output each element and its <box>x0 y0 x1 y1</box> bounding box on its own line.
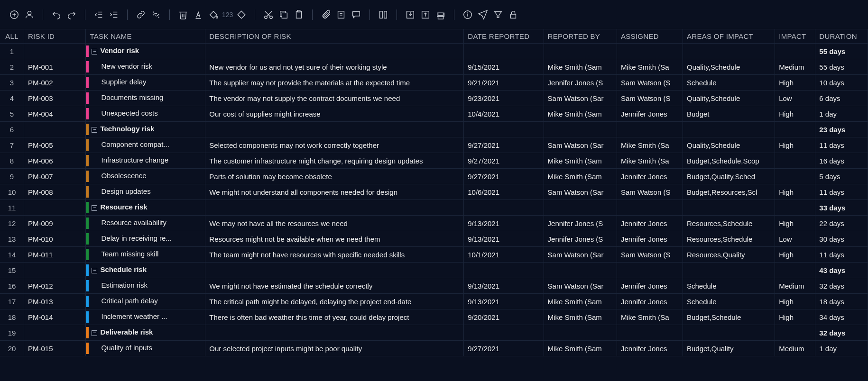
reported-by-cell[interactable]: Mike Smith (Sam <box>544 106 617 122</box>
task-name-cell[interactable]: Critical path delay <box>86 294 205 309</box>
reported-by-cell[interactable] <box>544 200 617 216</box>
assigned-cell[interactable]: Jennifer Jones <box>617 106 683 122</box>
task-name-cell[interactable]: −Technology risk <box>86 122 205 137</box>
assigned-cell[interactable]: Jennifer Jones <box>617 169 683 184</box>
impact-cell[interactable] <box>775 44 815 59</box>
impact-cell[interactable] <box>775 200 815 216</box>
attachment-icon[interactable] <box>319 8 332 21</box>
row-number[interactable]: 19 <box>0 325 24 341</box>
row-number[interactable]: 7 <box>0 137 24 153</box>
description-cell[interactable]: The supplier may not provide the materia… <box>205 75 464 91</box>
task-name-cell[interactable]: Team missing skill <box>86 247 205 263</box>
reported-by-cell[interactable]: Sam Watson (Sar <box>544 278 617 294</box>
row-number[interactable]: 10 <box>0 184 24 200</box>
duration-cell[interactable]: 11 days <box>815 137 868 153</box>
filter-icon[interactable] <box>491 8 505 21</box>
description-cell[interactable]: The customer infrastructure might change… <box>205 153 464 169</box>
row-number[interactable]: 12 <box>0 216 24 231</box>
text-color-icon[interactable] <box>192 8 205 21</box>
number-format-icon[interactable]: 123 <box>222 11 233 18</box>
fill-icon[interactable] <box>207 8 220 21</box>
areas-cell[interactable]: Schedule <box>683 278 775 294</box>
table-row[interactable]: 7PM-005Component compat...Selected compo… <box>0 137 868 153</box>
risk-id-cell[interactable]: PM-007 <box>24 169 86 184</box>
task-name-cell[interactable]: Inclement weather ... <box>86 309 205 325</box>
impact-cell[interactable]: High <box>775 75 815 91</box>
row-number[interactable]: 13 <box>0 231 24 247</box>
duration-cell[interactable]: 30 days <box>815 231 868 247</box>
assigned-cell[interactable] <box>617 44 683 59</box>
areas-cell[interactable]: Quality,Schedule <box>683 137 775 153</box>
copy-icon[interactable] <box>277 8 290 21</box>
collapse-icon[interactable]: − <box>92 127 97 133</box>
impact-cell[interactable]: High <box>775 216 815 231</box>
impact-cell[interactable]: Medium <box>775 278 815 294</box>
date-cell[interactable]: 9/20/2021 <box>464 309 544 325</box>
collapse-icon[interactable]: − <box>92 268 97 273</box>
description-cell[interactable]: Our cost of supplies might increase <box>205 106 464 122</box>
impact-cell[interactable]: High <box>775 137 815 153</box>
reported-by-cell[interactable]: Mike Smith (Sam <box>544 294 617 309</box>
table-row[interactable]: 20PM-015Quality of inputsOur selected pr… <box>0 341 868 356</box>
description-cell[interactable] <box>205 122 464 137</box>
task-name-cell[interactable]: Estimation risk <box>86 278 205 294</box>
date-cell[interactable] <box>464 325 544 341</box>
areas-cell[interactable]: Budget,Schedule <box>683 309 775 325</box>
header-impact[interactable]: IMPACT <box>775 29 815 44</box>
task-name-cell[interactable]: Delay in receiving re... <box>86 231 205 247</box>
description-cell[interactable] <box>205 263 464 278</box>
impact-cell[interactable] <box>775 325 815 341</box>
row-number[interactable]: 2 <box>0 59 24 75</box>
task-name-cell[interactable]: Quality of inputs <box>86 341 205 356</box>
impact-cell[interactable] <box>775 153 815 169</box>
header-task-name[interactable]: TASK NAME <box>86 29 205 44</box>
row-number[interactable]: 11 <box>0 200 24 216</box>
areas-cell[interactable]: Quality,Schedule <box>683 59 775 75</box>
description-cell[interactable]: New vendor for us and not yet sure of th… <box>205 59 464 75</box>
reported-by-cell[interactable]: Jennifer Jones (S <box>544 231 617 247</box>
user-icon[interactable] <box>23 8 36 21</box>
description-cell[interactable]: Resources might not be available when we… <box>205 231 464 247</box>
reported-by-cell[interactable] <box>544 325 617 341</box>
date-cell[interactable]: 9/27/2021 <box>464 169 544 184</box>
download-icon[interactable] <box>404 8 417 21</box>
impact-cell[interactable]: High <box>775 106 815 122</box>
impact-cell[interactable]: Low <box>775 231 815 247</box>
table-row[interactable]: 14PM-011Team missing skillThe team might… <box>0 247 868 263</box>
indent-icon[interactable] <box>107 8 120 21</box>
header-date-reported[interactable]: DATE REPORTED <box>464 29 544 44</box>
risk-id-cell[interactable]: PM-006 <box>24 153 86 169</box>
areas-cell[interactable]: Resources,Quality <box>683 247 775 263</box>
assigned-cell[interactable]: Sam Watson (S <box>617 247 683 263</box>
table-row[interactable]: 3PM-002Supplier delayThe supplier may no… <box>0 75 868 91</box>
risk-id-cell[interactable]: PM-011 <box>24 247 86 263</box>
duration-cell[interactable]: 34 days <box>815 309 868 325</box>
areas-cell[interactable]: Budget,Quality <box>683 341 775 356</box>
areas-cell[interactable]: Budget <box>683 106 775 122</box>
add-icon[interactable] <box>8 8 21 21</box>
duration-cell[interactable]: 5 days <box>815 169 868 184</box>
task-name-cell[interactable]: Infrastructure change <box>86 153 205 169</box>
date-cell[interactable]: 9/13/2021 <box>464 294 544 309</box>
note-icon[interactable] <box>334 8 348 21</box>
table-row[interactable]: 17PM-013Critical path delayThe critical … <box>0 294 868 309</box>
duration-cell[interactable]: 1 day <box>815 106 868 122</box>
reported-by-cell[interactable]: Sam Watson (Sar <box>544 137 617 153</box>
task-name-cell[interactable]: Component compat... <box>86 137 205 153</box>
risk-id-cell[interactable]: PM-004 <box>24 106 86 122</box>
comment-icon[interactable] <box>350 8 363 21</box>
table-row[interactable]: 16PM-012Estimation riskWe might not have… <box>0 278 868 294</box>
reported-by-cell[interactable]: Jennifer Jones (S <box>544 216 617 231</box>
table-row[interactable]: 15−Schedule risk43 days <box>0 263 868 278</box>
date-cell[interactable]: 9/27/2021 <box>464 137 544 153</box>
risk-id-cell[interactable] <box>24 200 86 216</box>
task-name-cell[interactable]: Design updates <box>86 184 205 200</box>
areas-cell[interactable]: Budget,Resources,Scl <box>683 184 775 200</box>
areas-cell[interactable]: Schedule <box>683 294 775 309</box>
task-name-cell[interactable]: −Vendor risk <box>86 44 205 59</box>
areas-cell[interactable] <box>683 200 775 216</box>
risk-id-cell[interactable] <box>24 122 86 137</box>
collapse-icon[interactable]: − <box>92 205 97 211</box>
table-row[interactable]: 11−Resource risk33 days <box>0 200 868 216</box>
header-reported-by[interactable]: REPORTED BY <box>544 29 617 44</box>
